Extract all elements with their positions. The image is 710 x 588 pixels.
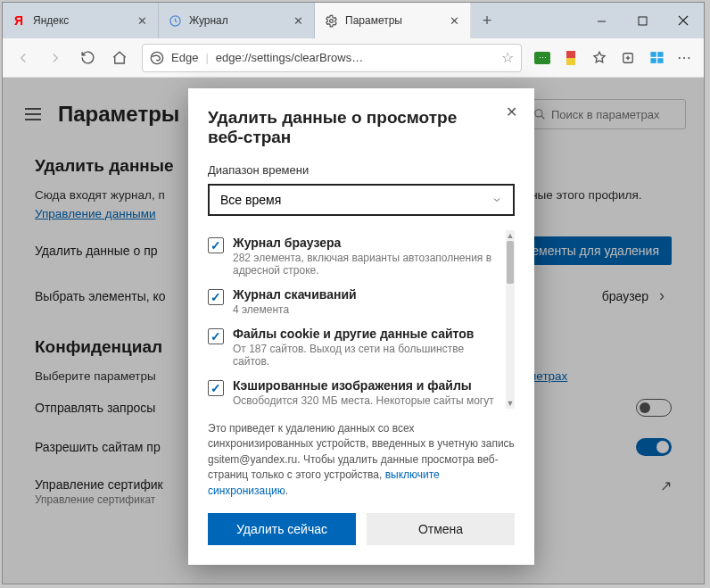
forward-button[interactable] — [40, 43, 70, 73]
svg-rect-10 — [650, 52, 656, 57]
close-icon[interactable]: ✕ — [135, 13, 149, 28]
favorites-icon[interactable] — [586, 45, 613, 71]
url-text: edge://settings/clearBrows… — [216, 51, 494, 64]
time-range-select[interactable]: Все время — [208, 184, 515, 216]
tab-label: Яндекс — [33, 14, 129, 27]
svg-rect-12 — [650, 58, 656, 63]
checkbox[interactable] — [208, 237, 224, 253]
minimize-button[interactable] — [581, 3, 622, 38]
close-window-button[interactable] — [663, 3, 704, 38]
address-bar[interactable]: Edge | edge://settings/clearBrows… ☆ — [142, 44, 522, 72]
scroll-up-arrow[interactable]: ▲ — [506, 230, 515, 241]
maximize-button[interactable] — [622, 3, 663, 38]
refresh-button[interactable] — [72, 43, 103, 73]
checkbox[interactable] — [208, 380, 224, 396]
time-range-label: Диапазон времени — [208, 163, 515, 177]
item-title: Журнал браузера — [233, 236, 502, 250]
clear-now-button[interactable]: Удалить сейчас — [208, 513, 356, 545]
windows-icon[interactable] — [643, 45, 670, 71]
svg-rect-11 — [657, 52, 663, 57]
window-controls — [581, 3, 704, 38]
item-subtext: От 187 сайтов. Выход из сети на большинс… — [233, 343, 502, 368]
tab-label: Параметры — [345, 14, 442, 27]
tab-strip: Я Яндекс ✕ Журнал ✕ Параметры ✕ + — [3, 3, 704, 38]
svg-rect-3 — [639, 17, 647, 25]
checkbox[interactable] — [208, 328, 224, 344]
item-subtext: 4 элемента — [233, 303, 357, 316]
home-button[interactable] — [104, 43, 135, 73]
item-title: Файлы cookie и другие данные сайтов — [233, 327, 502, 341]
check-item-cookies[interactable]: Файлы cookie и другие данные сайтов От 1… — [208, 321, 502, 373]
gear-icon — [324, 13, 338, 28]
engine-label: Edge — [171, 51, 198, 64]
dialog-close-button[interactable]: ✕ — [500, 101, 522, 122]
check-item-download-history[interactable]: Журнал скачиваний 4 элемента — [208, 282, 502, 321]
toolbar: Edge | edge://settings/clearBrows… ☆ ⋯ ⋯ — [3, 38, 704, 78]
collections-icon[interactable] — [615, 45, 641, 71]
separator: | — [205, 51, 208, 64]
select-value: Все время — [220, 193, 281, 207]
tab-yandex[interactable]: Я Яндекс ✕ — [3, 3, 159, 38]
tab-label: Журнал — [189, 14, 285, 27]
extension-icon-1[interactable]: ⋯ — [529, 45, 556, 71]
new-tab-button[interactable]: + — [471, 3, 503, 38]
chevron-down-icon — [491, 195, 502, 205]
cancel-button[interactable]: Отмена — [367, 513, 515, 545]
favorite-icon[interactable]: ☆ — [501, 49, 514, 66]
check-item-cache[interactable]: Кэшированные изображения и файлы Освобод… — [208, 373, 502, 409]
item-subtext: 282 элемента, включая варианты автозапол… — [233, 252, 502, 277]
more-menu-button[interactable]: ⋯ — [672, 45, 698, 71]
tab-history[interactable]: Журнал ✕ — [159, 3, 315, 38]
scrollbar-thumb[interactable] — [507, 241, 514, 284]
close-icon[interactable]: ✕ — [447, 13, 461, 28]
item-subtext: Освободится 320 МБ места. Некоторые сайт… — [233, 394, 494, 407]
checkbox[interactable] — [208, 289, 224, 305]
close-icon[interactable]: ✕ — [291, 13, 305, 28]
svg-rect-13 — [657, 58, 663, 63]
dialog-title: Удалить данные о просмотре веб-стран — [208, 108, 515, 147]
svg-point-6 — [151, 52, 162, 63]
browser-window: Я Яндекс ✕ Журнал ✕ Параметры ✕ + — [2, 2, 705, 584]
back-button[interactable] — [8, 43, 38, 73]
extension-icon-2[interactable] — [557, 45, 584, 71]
scroll-down-arrow[interactable]: ▼ — [506, 398, 515, 409]
svg-point-1 — [329, 19, 333, 22]
edge-icon — [150, 51, 164, 65]
scrollbar[interactable]: ▲ ▼ — [506, 230, 515, 409]
item-title: Журнал скачиваний — [233, 287, 357, 302]
sync-warning-note: Это приведет к удалению данных со всех с… — [208, 421, 515, 499]
item-title: Кэшированные изображения и файлы — [233, 378, 494, 393]
data-type-list: Журнал браузера 282 элемента, включая ва… — [208, 230, 515, 409]
tab-settings[interactable]: Параметры ✕ — [315, 3, 471, 38]
clear-data-dialog: ✕ Удалить данные о просмотре веб-стран Д… — [188, 88, 534, 565]
dialog-buttons: Удалить сейчас Отмена — [208, 513, 515, 545]
history-icon — [168, 13, 182, 28]
check-item-browsing-history[interactable]: Журнал браузера 282 элемента, включая ва… — [208, 230, 502, 282]
yandex-icon: Я — [12, 13, 26, 28]
